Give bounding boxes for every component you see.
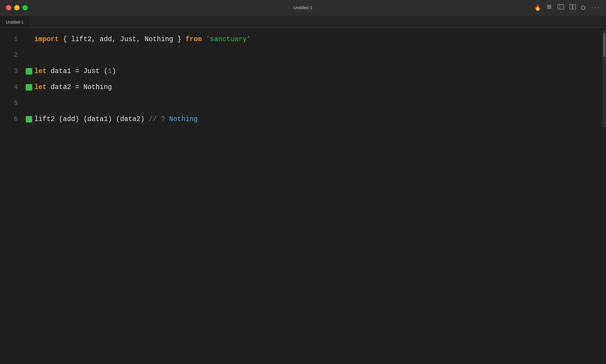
svg-rect-1 <box>549 5 551 7</box>
title-bar: Untitled-1 🔥 <box>0 0 606 15</box>
more-icon[interactable]: ··· <box>591 5 600 11</box>
window-title: Untitled-1 <box>294 5 312 10</box>
keyword-let-3: let <box>34 67 46 75</box>
gutter-item-4 <box>26 79 32 95</box>
gutter-item-6 <box>26 111 32 127</box>
editor-area: Untitled-1 1 2 3 4 5 6 <box>0 15 606 127</box>
gutter-item-2 <box>26 47 32 63</box>
line-number-3: 3 <box>14 63 18 79</box>
gutter <box>24 30 34 127</box>
code-line-5 <box>34 95 602 111</box>
svg-rect-4 <box>558 4 564 9</box>
code-line-4: let data2 = Nothing <box>34 79 602 95</box>
svg-rect-0 <box>547 5 549 7</box>
window-controls <box>6 5 28 10</box>
string-sanctuary: 'sanctuary' <box>206 36 251 43</box>
tab-label: Untitled-1 <box>6 20 24 25</box>
scrollbar[interactable] <box>602 30 606 127</box>
line-number-5: 5 <box>14 95 18 111</box>
gutter-item-1 <box>26 31 32 47</box>
code-line-2 <box>34 47 602 63</box>
line-number-4: 4 <box>14 79 18 95</box>
code-lines: import { lift2, add, Just, Nothing } fro… <box>34 30 602 127</box>
breakpoint-6[interactable] <box>26 116 32 123</box>
gutter-item-5 <box>26 95 32 111</box>
tab-untitled-1[interactable]: Untitled-1 <box>0 16 30 28</box>
tab-bar: Untitled-1 <box>0 15 606 28</box>
code-line-1: import { lift2, add, Just, Nothing } fro… <box>34 31 602 47</box>
toolbar-icons: 🔥 ··· <box>534 4 600 11</box>
breakpoint-3[interactable] <box>26 68 32 75</box>
keyword-from: from <box>186 36 202 43</box>
result-nothing: Nothing <box>169 115 198 123</box>
number-1: 1 <box>108 67 112 75</box>
gutter-item-3 <box>26 63 32 79</box>
line-number-6: 6 <box>14 111 18 127</box>
svg-rect-7 <box>573 4 576 9</box>
minimize-button[interactable] <box>14 5 20 10</box>
close-button[interactable] <box>6 5 11 10</box>
breakpoint-4[interactable] <box>26 84 32 91</box>
comment-line6: // ? <box>149 115 165 123</box>
line1-braces: { lift2, add, Just, Nothing } <box>59 36 186 43</box>
status-circle-icon[interactable] <box>581 6 585 10</box>
code-line-6: lift2 (add) (data1) (data2) // ? Nothing <box>34 111 602 127</box>
flame-icon[interactable]: 🔥 <box>534 4 541 11</box>
keyword-import: import <box>34 36 59 43</box>
code-editor[interactable]: 1 2 3 4 5 6 <box>0 28 606 127</box>
scrollbar-thumb[interactable] <box>603 33 605 57</box>
broadcast-icon[interactable] <box>546 4 552 11</box>
maximize-button[interactable] <box>22 5 28 10</box>
line-numbers: 1 2 3 4 5 6 <box>0 30 24 127</box>
svg-rect-6 <box>570 4 572 9</box>
split-icon[interactable] <box>569 4 576 11</box>
layout-icon[interactable] <box>557 4 564 11</box>
keyword-let-4: let <box>34 83 46 91</box>
svg-rect-2 <box>547 7 549 9</box>
code-line-3: let data1 = Just (1) <box>34 63 602 79</box>
line-number-2: 2 <box>14 47 18 63</box>
line-number-1: 1 <box>14 31 18 47</box>
svg-rect-3 <box>549 7 551 9</box>
